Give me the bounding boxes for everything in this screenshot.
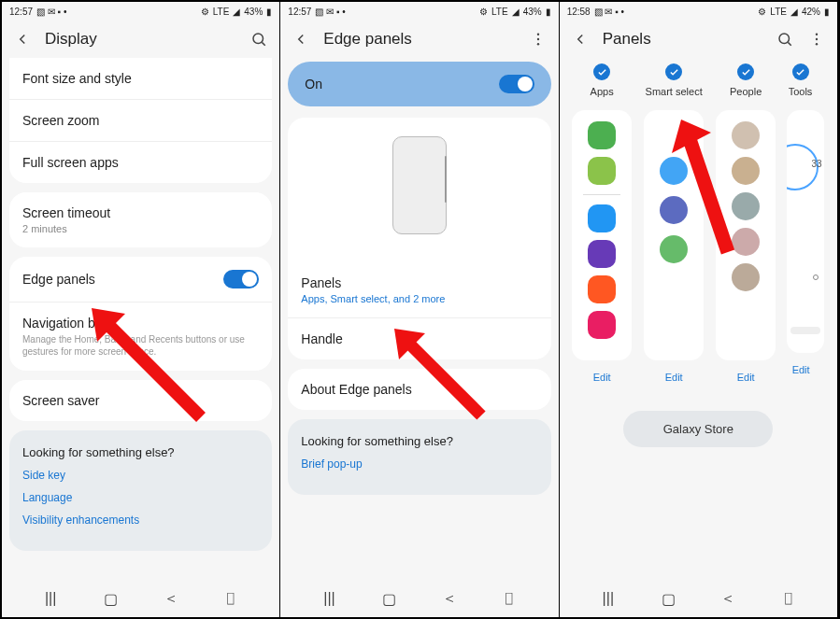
side-key-link[interactable]: Side key [22,469,259,482]
panel-option-tools[interactable]: Tools 33 Edit [787,63,824,383]
header: Edge panels [280,21,558,58]
header: Panels [560,21,837,58]
panel-option-smart-select[interactable]: Smart select Edit [643,63,705,383]
nav-bar: ||| ▢ ＜ ⌷ [2,580,279,617]
accessibility-button[interactable]: ⌷ [770,590,807,607]
recents-button[interactable]: ||| [590,590,627,607]
panel-preview [716,110,776,360]
about-row[interactable]: About Edge panels [288,369,550,410]
edit-link[interactable]: Edit [737,372,755,383]
content: Panels Apps, Smart select, and 2 more Ha… [280,118,558,580]
status-battery: 43% [244,7,263,17]
check-icon [792,63,809,80]
panels-row[interactable]: Panels Apps, Smart select, and 2 more [288,262,550,317]
master-toggle[interactable] [499,75,534,93]
panel-preview [644,110,704,360]
back-icon[interactable] [292,30,310,49]
svg-line-1 [263,42,265,45]
page-title: Display [45,30,236,49]
panel-preview [572,110,632,360]
edge-panels-toggle[interactable] [223,270,259,288]
status-bar: 12:57▧ ✉ ▪ • ⚙LTE◢43%▮ [280,2,558,21]
back-icon[interactable] [571,30,590,49]
galaxy-store-button[interactable]: Galaxy Store [623,411,773,447]
edge-panels-screen: 12:57▧ ✉ ▪ • ⚙LTE◢43%▮ Edge panels On Pa… [280,2,559,617]
more-icon[interactable] [807,30,826,49]
svg-point-5 [536,43,538,45]
visibility-link[interactable]: Visibility enhancements [22,513,259,527]
font-size-row[interactable]: Font size and style [9,58,272,99]
accessibility-button[interactable]: ⌷ [212,590,249,607]
status-bar: 12:57 ▧ ✉ ▪ • ⚙LTE◢ 43%▮ [2,2,279,21]
back-button[interactable]: ＜ [709,589,747,609]
svg-point-4 [536,38,538,40]
status-time: 12:57 [9,7,33,17]
check-icon [593,63,610,80]
svg-point-0 [253,34,263,44]
content: Apps Edit Smart select [560,58,837,580]
back-button[interactable]: ＜ [152,589,190,609]
svg-point-9 [816,34,818,35]
looking-for-card: Looking for something else? Side key Lan… [9,430,272,551]
edit-link[interactable]: Edit [665,372,683,383]
home-button[interactable]: ▢ [92,590,129,608]
more-icon[interactable] [529,30,548,49]
nav-bar: ||| ▢ ＜ ⌷ [280,580,558,617]
master-toggle-row[interactable]: On [288,62,550,106]
display-settings-screen: 12:57 ▧ ✉ ▪ • ⚙LTE◢ 43%▮ Display Font si… [2,2,280,617]
search-icon[interactable] [776,30,794,49]
svg-point-11 [816,43,818,45]
header: Display [2,21,279,58]
nav-bar: ||| ▢ ＜ ⌷ [560,580,837,617]
language-link[interactable]: Language [22,491,259,504]
recents-button[interactable]: ||| [32,590,69,607]
svg-line-8 [788,42,790,45]
back-button[interactable]: ＜ [431,589,468,609]
status-bar: 12:58▧ ✉ ▪ • ⚙LTE◢42%▮ [560,2,837,21]
page-title: Edge panels [323,30,515,49]
back-icon[interactable] [13,30,32,49]
brief-popup-link[interactable]: Brief pop-up [301,457,537,471]
search-icon[interactable] [249,30,268,49]
screen-saver-row[interactable]: Screen saver [9,380,272,421]
edit-link[interactable]: Edit [593,372,611,383]
recents-button[interactable]: ||| [310,590,348,607]
svg-point-7 [779,34,790,44]
page-title: Panels [603,30,762,49]
check-icon [737,63,754,80]
panels-selector-screen: 12:58▧ ✉ ▪ • ⚙LTE◢42%▮ Panels Apps [560,2,838,617]
home-button[interactable]: ▢ [649,590,687,608]
handle-row[interactable]: Handle [288,317,550,359]
phone-preview [288,118,550,262]
screen-zoom-row[interactable]: Screen zoom [9,99,272,141]
panel-option-apps[interactable]: Apps Edit [571,63,634,383]
panel-option-people[interactable]: People Edit [715,63,777,383]
full-screen-apps-row[interactable]: Full screen apps [9,141,272,183]
edge-panels-row[interactable]: Edge panels [9,257,272,302]
home-button[interactable]: ▢ [371,590,408,608]
check-icon [665,63,682,80]
panels-list: Apps Edit Smart select [560,63,837,383]
svg-point-10 [816,38,818,40]
navigation-bar-row[interactable]: Navigation bar Manage the Home, Back, an… [9,302,272,371]
svg-point-3 [536,34,538,35]
edit-link[interactable]: Edit [792,364,810,375]
accessibility-button[interactable]: ⌷ [491,590,528,607]
content: Font size and style Screen zoom Full scr… [2,58,279,580]
screen-timeout-row[interactable]: Screen timeout 2 minutes [9,192,272,247]
looking-for-card: Looking for something else? Brief pop-up [288,419,550,495]
panel-preview: 33 [787,110,824,353]
